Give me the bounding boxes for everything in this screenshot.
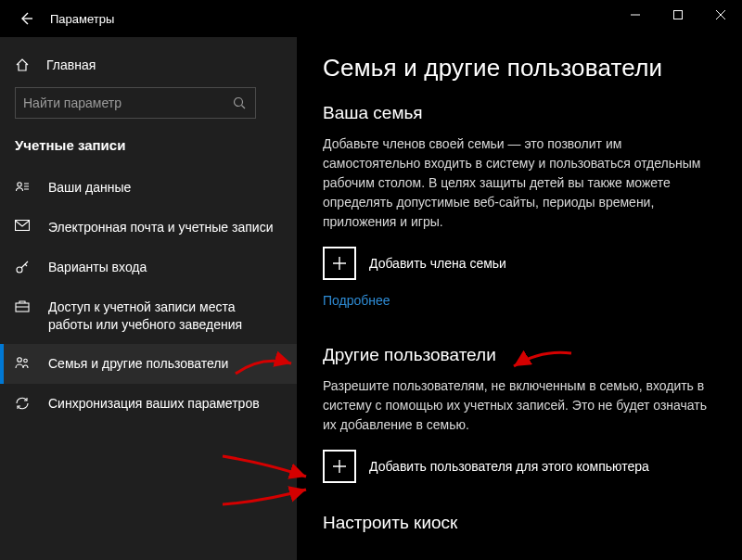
add-family-label: Добавить члена семьи: [369, 256, 506, 271]
people-icon: [15, 356, 33, 369]
add-other-label: Добавить пользователя для этого компьюте…: [369, 459, 649, 474]
svg-point-6: [18, 358, 22, 363]
sidebar-item-label: Семья и другие пользователи: [48, 355, 228, 373]
plus-icon: [323, 247, 356, 280]
section-heading: Учетные записи: [0, 132, 297, 168]
plus-icon: [323, 450, 356, 483]
sidebar-item-label: Синхронизация ваших параметров: [48, 395, 260, 413]
search-box[interactable]: [15, 87, 256, 119]
person-card-icon: [15, 180, 33, 193]
add-family-member-button[interactable]: Добавить члена семьи: [323, 247, 716, 280]
other-users-description: Разрешите пользователям, не включенным в…: [323, 376, 716, 435]
sidebar-item-label: Доступ к учетной записи места работы или…: [48, 299, 282, 334]
page-title: Семья и другие пользователи: [323, 54, 716, 83]
search-icon: [231, 96, 248, 109]
family-heading: Ваша семья: [323, 103, 716, 123]
search-input[interactable]: [23, 95, 231, 110]
sync-icon: [15, 396, 33, 411]
mail-icon: [15, 220, 33, 231]
add-other-user-button[interactable]: Добавить пользователя для этого компьюте…: [323, 450, 716, 483]
close-button[interactable]: [699, 0, 742, 30]
sidebar-item-work-access[interactable]: Доступ к учетной записи места работы или…: [0, 287, 297, 345]
home-icon: [15, 57, 33, 72]
svg-rect-0: [674, 11, 683, 19]
sidebar-item-label: Электронная почта и учетные записи: [48, 219, 273, 236]
learn-more-link[interactable]: Подробнее: [323, 293, 390, 308]
sidebar-item-your-info[interactable]: Ваши данные: [0, 168, 297, 208]
svg-point-7: [24, 360, 28, 363]
family-description: Добавьте членов своей семьи — это позвол…: [323, 134, 716, 232]
key-icon: [15, 260, 33, 274]
other-users-heading: Другие пользователи: [323, 345, 716, 365]
sidebar-item-email-accounts[interactable]: Электронная почта и учетные записи: [0, 208, 297, 248]
kiosk-heading: Настроить киоск: [323, 513, 716, 533]
sidebar-item-signin-options[interactable]: Варианты входа: [0, 248, 297, 287]
sidebar-item-label: Ваши данные: [48, 179, 131, 197]
main-pane: Семья и другие пользователи Ваша семья Д…: [297, 37, 742, 560]
home-label: Главная: [46, 57, 96, 72]
sidebar-item-sync[interactable]: Синхронизация ваших параметров: [0, 384, 297, 424]
sidebar-item-family-users[interactable]: Семья и другие пользователи: [0, 344, 297, 384]
sidebar-item-label: Варианты входа: [48, 259, 147, 276]
window-title: Параметры: [50, 12, 114, 26]
sidebar: Главная Учетные записи: [0, 37, 297, 560]
back-button[interactable]: [15, 11, 37, 26]
home-nav[interactable]: Главная: [0, 50, 297, 80]
briefcase-icon: [15, 299, 33, 312]
minimize-button[interactable]: [614, 0, 657, 30]
svg-point-1: [235, 98, 243, 107]
svg-point-2: [18, 183, 21, 186]
maximize-button[interactable]: [657, 0, 699, 30]
